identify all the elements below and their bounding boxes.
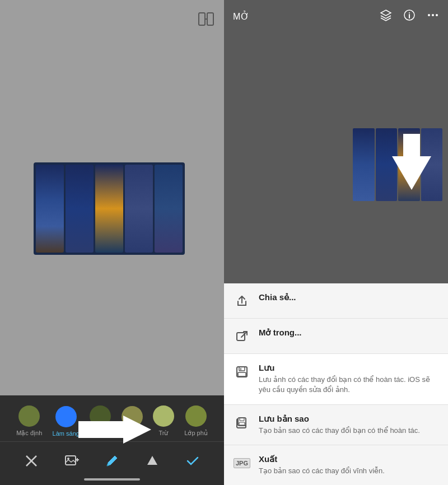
photo-strip-item-1 bbox=[36, 165, 64, 253]
share-title: Chia sẻ... bbox=[259, 292, 438, 302]
color-label-default: Mặc định bbox=[16, 430, 42, 437]
save-title: Lưu bbox=[259, 363, 438, 373]
save-copy-desc: Tạo bản sao có các thay đổi bạn có thể h… bbox=[259, 426, 438, 436]
save-copy-content: Lưu bản sao Tạo bản sao có các thay đổi … bbox=[259, 414, 438, 436]
svg-point-17 bbox=[436, 14, 438, 16]
menu-item-export[interactable]: JPG Xuất Tạo bản sao có các thay đổi vĩn… bbox=[224, 445, 448, 485]
save-copy-title: Lưu bản sao bbox=[259, 414, 438, 424]
color-dot-lamtoi bbox=[90, 405, 111, 427]
svg-marker-10 bbox=[147, 456, 157, 465]
color-option-lophu[interactable]: Lớp phủ bbox=[184, 405, 208, 437]
color-option-lamtoi[interactable]: Làm tối bbox=[90, 405, 111, 437]
right-photo-item-3 bbox=[398, 128, 420, 201]
svg-point-16 bbox=[432, 14, 434, 16]
color-option-lamsang[interactable]: Làm sáng bbox=[53, 406, 80, 437]
svg-rect-19 bbox=[237, 333, 245, 341]
svg-rect-23 bbox=[238, 372, 246, 376]
svg-rect-0 bbox=[199, 13, 205, 25]
share-icon bbox=[234, 293, 250, 309]
open-in-icon bbox=[234, 329, 250, 344]
right-photo-item-1 bbox=[353, 128, 375, 201]
export-content: Xuất Tạo bản sao có các thay đổi vĩnh vi… bbox=[259, 454, 438, 476]
color-option-tru[interactable]: Trừ bbox=[153, 405, 174, 437]
color-option-default[interactable]: Mặc định bbox=[16, 405, 42, 437]
photo-strip-item-5 bbox=[155, 165, 183, 253]
photo-strip-item-2 bbox=[66, 165, 94, 253]
left-panel: Mặc định Làm sáng Làm tối Thêm Trừ Lớp p… bbox=[0, 0, 224, 485]
svg-marker-11 bbox=[381, 10, 391, 16]
home-indicator bbox=[84, 478, 140, 481]
color-label-them: Thêm bbox=[124, 430, 140, 437]
compare-icon[interactable] bbox=[198, 12, 214, 29]
right-photo-item-4 bbox=[421, 128, 443, 201]
color-dot-lamsang bbox=[55, 406, 77, 427]
header-title: MỞ bbox=[233, 11, 249, 22]
color-label-lophu: Lớp phủ bbox=[184, 430, 208, 437]
open-in-content: Mở trong... bbox=[259, 328, 438, 339]
save-desc: Lưu ảnh có các thay đổi bạn có thể hoàn … bbox=[259, 375, 438, 395]
right-photo-item-2 bbox=[376, 128, 398, 201]
layers-icon[interactable] bbox=[380, 9, 392, 24]
menu-item-share[interactable]: Chia sẻ... bbox=[224, 283, 448, 319]
open-in-title: Mở trong... bbox=[259, 328, 438, 338]
color-options-row: Mặc định Làm sáng Làm tối Thêm Trừ Lớp p… bbox=[0, 395, 224, 441]
color-dot-them bbox=[122, 406, 143, 427]
color-dot-default bbox=[18, 405, 40, 427]
photo-strip-item-4 bbox=[125, 165, 153, 253]
close-button[interactable] bbox=[19, 449, 44, 473]
share-content: Chia sẻ... bbox=[259, 292, 438, 304]
right-image-area bbox=[224, 33, 448, 212]
up-arrow-button[interactable] bbox=[140, 449, 165, 473]
save-icon bbox=[234, 364, 250, 380]
save-content: Lưu Lưu ảnh có các thay đổi bạn có thể h… bbox=[259, 363, 438, 395]
export-title: Xuất bbox=[259, 454, 438, 464]
menu-item-save-copy[interactable]: Lưu bản sao Tạo bản sao có các thay đổi … bbox=[224, 405, 448, 445]
export-desc: Tạo bản sao có các thay đổi vĩnh viễn. bbox=[259, 466, 438, 476]
export-icon: JPG bbox=[234, 455, 250, 471]
photo-collage bbox=[34, 162, 185, 255]
bottom-toolbar: Mặc định Làm sáng Làm tối Thêm Trừ Lớp p… bbox=[0, 395, 224, 485]
color-dot-lophu bbox=[185, 405, 207, 427]
right-header: MỞ bbox=[224, 0, 448, 33]
confirm-button[interactable] bbox=[180, 449, 205, 473]
color-dot-tru bbox=[153, 405, 174, 427]
menu-item-open-in[interactable]: Mở trong... bbox=[224, 319, 448, 354]
menu-item-save[interactable]: Lưu Lưu ảnh có các thay đổi bạn có thể h… bbox=[224, 354, 448, 404]
brush-button[interactable] bbox=[100, 449, 124, 473]
svg-rect-6 bbox=[66, 456, 76, 465]
color-label-lamtoi: Làm tối bbox=[90, 430, 111, 437]
svg-rect-1 bbox=[207, 13, 213, 25]
svg-point-15 bbox=[428, 14, 430, 16]
toolbar-actions bbox=[0, 441, 224, 481]
header-icons bbox=[380, 9, 439, 24]
info-icon[interactable] bbox=[403, 9, 416, 24]
photo-strip-item-3 bbox=[95, 165, 123, 253]
dropdown-menu: Chia sẻ... Mở trong... bbox=[224, 283, 448, 485]
more-icon[interactable] bbox=[427, 9, 439, 24]
color-label-tru: Trừ bbox=[158, 430, 168, 437]
right-photo-preview bbox=[353, 128, 442, 201]
right-panel: MỞ bbox=[224, 0, 448, 485]
add-image-button[interactable] bbox=[59, 449, 84, 473]
color-label-lamsang: Làm sáng bbox=[53, 430, 80, 437]
color-option-them[interactable]: Thêm bbox=[122, 406, 143, 437]
svg-rect-22 bbox=[239, 367, 245, 371]
save-copy-icon bbox=[234, 415, 250, 431]
svg-point-14 bbox=[409, 12, 410, 13]
